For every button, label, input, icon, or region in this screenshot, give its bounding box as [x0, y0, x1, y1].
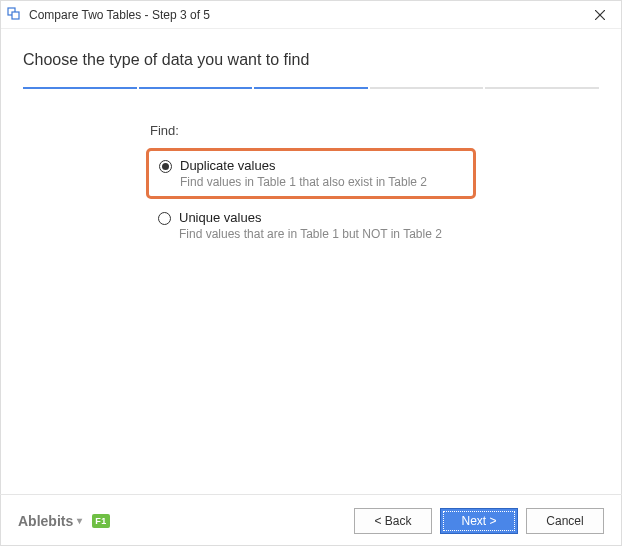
radio-unique[interactable] — [158, 212, 171, 225]
chevron-down-icon: ▾ — [77, 515, 82, 526]
titlebar: Compare Two Tables - Step 3 of 5 — [1, 1, 621, 29]
help-badge[interactable]: F1 — [92, 514, 110, 528]
cancel-button[interactable]: Cancel — [526, 508, 604, 534]
find-options: Find: Duplicate values Find values in Ta… — [146, 123, 476, 250]
progress-step-3 — [254, 87, 368, 89]
page-heading: Choose the type of data you want to find — [23, 51, 599, 69]
progress-step-4 — [370, 87, 484, 89]
progress-step-5 — [485, 87, 599, 89]
option-duplicate[interactable]: Duplicate values Find values in Table 1 … — [146, 148, 476, 199]
progress-step-1 — [23, 87, 137, 89]
option-unique-label: Unique values — [179, 210, 442, 225]
close-button[interactable] — [585, 2, 615, 28]
next-button[interactable]: Next > — [440, 508, 518, 534]
find-label: Find: — [150, 123, 476, 138]
progress-step-2 — [139, 87, 253, 89]
option-duplicate-label: Duplicate values — [180, 158, 427, 173]
window-title: Compare Two Tables - Step 3 of 5 — [29, 8, 585, 22]
footer: Ablebits ▾ F1 < Back Next > Cancel — [0, 494, 622, 546]
app-icon — [7, 7, 23, 23]
brand-menu[interactable]: Ablebits ▾ — [18, 513, 82, 529]
step-progress — [23, 87, 599, 89]
wizard-content: Choose the type of data you want to find… — [1, 29, 621, 250]
radio-duplicate[interactable] — [159, 160, 172, 173]
back-button[interactable]: < Back — [354, 508, 432, 534]
brand-label: Ablebits — [18, 513, 73, 529]
option-duplicate-desc: Find values in Table 1 that also exist i… — [180, 175, 427, 189]
option-unique[interactable]: Unique values Find values that are in Ta… — [146, 201, 476, 250]
svg-rect-1 — [12, 12, 19, 19]
option-unique-desc: Find values that are in Table 1 but NOT … — [179, 227, 442, 241]
